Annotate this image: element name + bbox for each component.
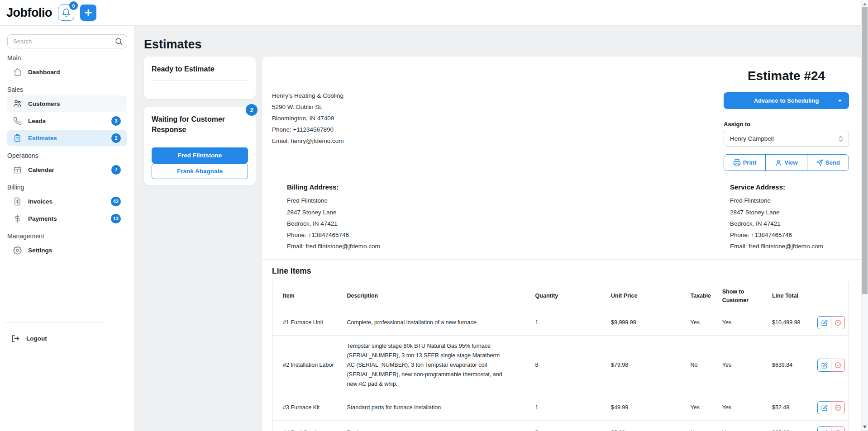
billing-email: Email: fred.flintstone@jfdemo.com: [287, 241, 380, 252]
vertical-scrollbar[interactable]: [861, 0, 868, 431]
sidebar-item-dashboard[interactable]: Dashboard: [7, 64, 127, 80]
estimate-title: Estimate #24: [724, 67, 849, 85]
item-taxable: No: [691, 336, 722, 395]
main-content: Estimates Ready to Estimate 2 Waiting fo…: [135, 26, 861, 431]
edit-line-item-button[interactable]: [817, 426, 831, 431]
gear-icon: [13, 246, 22, 255]
remove-line-item-button[interactable]: [831, 401, 845, 414]
sidebar-divider: [5, 322, 105, 322]
chevron-down-icon: [837, 98, 843, 105]
table-header-row: Item Description Quantity Unit Price Tax…: [272, 282, 849, 310]
billing-street: 2847 Stoney Lane: [287, 207, 380, 218]
item-quantity: 8: [535, 336, 611, 395]
sidebar-item-label: Dashboard: [28, 69, 60, 76]
sidebar: Main Dashboard Sales Customers Leads 3: [0, 26, 135, 431]
advance-label: Advance to Scheduling: [754, 97, 819, 104]
leads-count-badge: 3: [111, 116, 121, 126]
remove-line-item-button[interactable]: [831, 316, 845, 329]
send-label: Send: [825, 159, 840, 166]
sidebar-item-label: Customers: [28, 100, 60, 107]
logout-button[interactable]: Logout: [5, 330, 96, 346]
customer-button-frank-abagnale[interactable]: Frank Abagnale: [152, 163, 248, 179]
edit-line-item-button[interactable]: [817, 316, 831, 329]
advance-to-scheduling-button[interactable]: Advance to Scheduling: [724, 92, 849, 109]
item-quantity: 1: [535, 310, 611, 336]
sidebar-item-label: Estimates: [28, 135, 57, 142]
ready-to-estimate-card: Ready to Estimate: [144, 57, 256, 99]
item-show-to-customer: Yes: [722, 421, 772, 431]
sidebar-section-management: Management: [7, 232, 127, 240]
col-description: Description: [347, 282, 535, 310]
view-label: View: [784, 159, 797, 166]
item-line-total: $10,499.98: [772, 310, 817, 336]
line-item-row: #3 Furnace Kit Standard parts for furnac…: [272, 395, 849, 421]
line-item-row: #1 Furnace Unit Complete, professional i…: [272, 310, 849, 336]
waiting-for-customer-card: 2 Waiting for Customer Response Fred Fli…: [144, 107, 256, 185]
remove-line-item-button[interactable]: [831, 359, 845, 372]
print-button[interactable]: Print: [724, 155, 765, 171]
company-street: 5290 W. Dublin St.: [272, 101, 344, 113]
quick-add-button[interactable]: [80, 5, 96, 21]
estimate-action-buttons: Print View Send: [724, 154, 849, 171]
item-show-to-customer: Yes: [722, 336, 772, 395]
sidebar-section-operations: Operations: [7, 152, 127, 159]
sidebar-item-label: Payments: [28, 215, 57, 222]
item-line-total: $52.48: [772, 395, 817, 421]
page-title: Estimates: [144, 38, 861, 52]
item-name: #2 Installation Labor: [272, 336, 347, 395]
item-line-total: $639.84: [772, 336, 817, 395]
col-actions: [817, 282, 849, 310]
sidebar-item-calendar[interactable]: Calendar 7: [7, 161, 127, 178]
item-description: Tempstar single stage 80k BTU Natural Ga…: [347, 341, 503, 389]
sidebar-item-estimates[interactable]: Estimates 2: [7, 130, 127, 146]
col-taxable: Taxable: [691, 282, 722, 310]
item-quantity: 1: [535, 395, 611, 421]
line-items-heading: Line Items: [272, 266, 849, 276]
item-show-to-customer: Yes: [722, 310, 772, 336]
invoice-icon: [13, 197, 22, 206]
sidebar-item-customers[interactable]: Customers: [7, 95, 127, 112]
col-unit-price: Unit Price: [611, 282, 690, 310]
notification-count-badge: 0: [69, 1, 78, 10]
top-header: Jobfolio 0: [0, 0, 861, 26]
scrollbar-thumb[interactable]: [862, 7, 868, 294]
service-name: Fred Flintstone: [730, 195, 849, 206]
item-unit-price: $5.00: [611, 421, 690, 431]
sidebar-item-leads[interactable]: Leads 3: [7, 113, 127, 129]
sidebar-section-main: Main: [7, 54, 127, 62]
company-phone: Phone: +11234567890: [272, 124, 344, 135]
item-unit-price: $79.98: [611, 336, 690, 395]
col-item: Item: [272, 282, 347, 310]
sidebar-item-payments[interactable]: Payments 13: [7, 210, 127, 227]
card-divider: [152, 141, 248, 141]
card-title: Ready to Estimate: [152, 64, 248, 74]
col-show-to-customer: Show to Customer: [722, 282, 772, 310]
assign-to-select[interactable]: Henry Campbell: [724, 131, 849, 147]
service-street: 2847 Stoney Lane: [730, 207, 849, 218]
sidebar-search: [7, 34, 127, 48]
scroll-up-arrow-icon[interactable]: [863, 3, 867, 5]
sidebar-item-invoices[interactable]: Invoices 42: [7, 193, 127, 209]
scroll-down-arrow-icon[interactable]: [863, 426, 867, 428]
service-email: Email: fred.flintstone@jfdemo.com: [730, 241, 849, 252]
print-label: Print: [743, 159, 757, 166]
printer-icon: [733, 159, 741, 166]
edit-line-item-button[interactable]: [817, 401, 831, 414]
estimate-queues: Ready to Estimate 2 Waiting for Customer…: [144, 57, 256, 185]
edit-line-item-button[interactable]: [817, 359, 831, 372]
search-icon: [114, 37, 123, 47]
send-button[interactable]: Send: [807, 155, 849, 171]
notifications-button[interactable]: 0: [58, 5, 74, 21]
line-items-table: Item Description Quantity Unit Price Tax…: [272, 282, 849, 431]
item-taxable: Yes: [691, 310, 722, 336]
remove-line-item-button[interactable]: [831, 426, 845, 431]
company-email: Email: henry@jfdemo.com: [272, 135, 344, 147]
sidebar-item-settings[interactable]: Settings: [7, 242, 127, 258]
customer-button-fred-flintstone[interactable]: Fred Flintstone: [152, 147, 248, 163]
search-input[interactable]: [7, 34, 127, 48]
clipboard-icon: [13, 134, 22, 142]
assignee-value: Henry Campbell: [730, 135, 774, 142]
payments-count-badge: 13: [111, 214, 121, 223]
view-button[interactable]: View: [765, 155, 807, 171]
item-description: Standard parts for furnace installation: [347, 403, 503, 412]
